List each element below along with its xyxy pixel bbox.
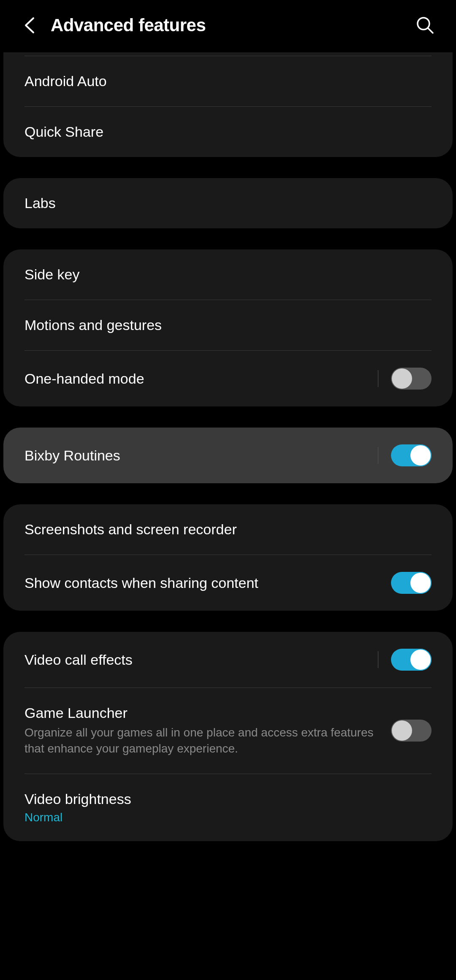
toggle-thumb [410,445,431,466]
settings-item[interactable]: Screenshots and screen recorder [3,504,453,555]
settings-group: Screenshots and screen recorderShow cont… [3,504,453,611]
item-content: Quick Share [24,124,432,140]
item-label: Show contacts when sharing content [24,575,391,591]
toggle-switch[interactable] [391,649,432,671]
chevron-left-icon [23,16,36,34]
settings-item[interactable]: Bixby Routines [3,428,453,483]
item-label: Labs [24,195,432,211]
header: Advanced features [0,0,456,52]
item-label: Quick Share [24,124,432,140]
settings-item[interactable]: Show contacts when sharing content [24,555,432,611]
item-content: Show contacts when sharing content [24,575,391,591]
settings-group: Labs [3,178,453,228]
settings-item[interactable]: Video call effects [3,632,453,688]
item-description: Organize all your games all in one place… [24,725,391,757]
item-label: Video brightness [24,791,432,807]
item-content: Screenshots and screen recorder [24,521,432,538]
toggle-container [391,720,432,742]
toggle-divider [378,651,378,668]
settings-item[interactable]: Quick Share [24,106,432,157]
item-label: Video call effects [24,652,378,668]
toggle-container [378,649,432,671]
toggle-switch[interactable] [391,368,432,390]
toggle-thumb [392,368,412,389]
toggle-switch[interactable] [391,572,432,594]
item-label: Motions and gestures [24,317,432,333]
item-label: One-handed mode [24,371,378,387]
settings-group: Side keyMotions and gesturesOne-handed m… [3,249,453,406]
item-label: Screenshots and screen recorder [24,521,432,538]
item-label: Game Launcher [24,705,391,721]
toggle-thumb [392,720,412,741]
item-content: Bixby Routines [24,447,378,464]
item-label: Side key [24,266,432,283]
settings-item[interactable]: Video brightnessNormal [24,774,432,841]
toggle-switch[interactable] [391,444,432,466]
settings-group: Android AutoQuick Share [3,52,453,157]
settings-item[interactable]: Labs [3,178,453,228]
settings-item[interactable]: Game LauncherOrganize all your games all… [24,688,432,774]
item-content: Side key [24,266,432,283]
toggle-switch[interactable] [391,720,432,742]
toggle-thumb [410,650,431,670]
search-icon [416,16,434,35]
settings-item[interactable]: Side key [3,249,453,300]
item-content: Android Auto [24,73,432,89]
back-button[interactable] [21,17,38,34]
settings-group: Bixby Routines [3,428,453,483]
search-button[interactable] [415,16,435,35]
item-content: One-handed mode [24,371,378,387]
item-content: Game LauncherOrganize all your games all… [24,705,391,757]
item-subvalue: Normal [24,811,432,824]
settings-item[interactable]: One-handed mode [24,350,432,406]
page-title: Advanced features [51,15,403,35]
settings-item[interactable]: Motions and gestures [24,300,432,350]
item-content: Motions and gestures [24,317,432,333]
item-label: Bixby Routines [24,447,378,464]
toggle-container [391,572,432,594]
item-content: Video call effects [24,652,378,668]
toggle-divider [378,447,378,464]
toggle-container [378,368,432,390]
settings-group: Video call effectsGame LauncherOrganize … [3,632,453,841]
item-content: Video brightnessNormal [24,791,432,824]
settings-item[interactable]: Android Auto [3,56,453,106]
toggle-divider [378,370,378,387]
toggle-container [378,444,432,466]
item-content: Labs [24,195,432,211]
toggle-thumb [410,573,431,593]
svg-line-1 [428,28,433,33]
item-label: Android Auto [24,73,432,89]
